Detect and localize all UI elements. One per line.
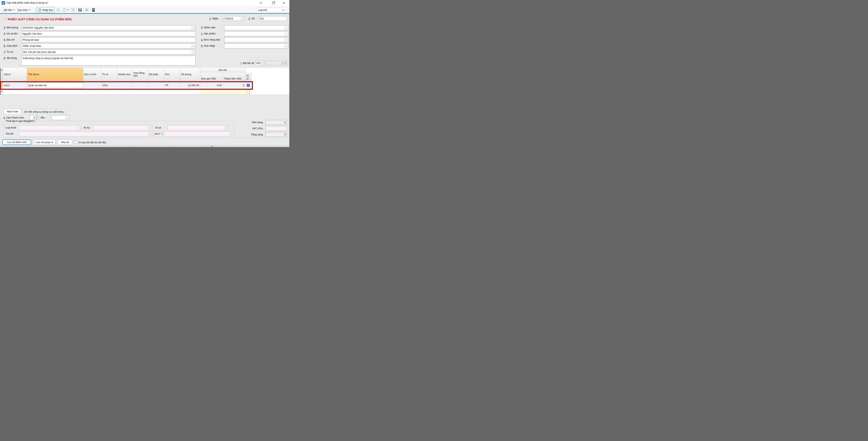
tk-no-dropdown-button[interactable] [191, 50, 195, 54]
spin-down-icon[interactable]: ▼ [284, 63, 287, 65]
spinner-buttons[interactable]: ▲▼ [35, 116, 38, 120]
vat-group-label: Thuế giá trị gia tăng(VAT) [5, 120, 34, 123]
vat-tk-co-combo[interactable] [167, 125, 229, 130]
loai-thue-combo[interactable] [19, 125, 81, 130]
background-icon [211, 146, 213, 147]
nhan-vien-combo[interactable] [224, 25, 289, 30]
doi-tuong-label: 3. Đối tượng [4, 26, 18, 29]
save-and-new-button[interactable]: Lưu và thêm mới [2, 139, 31, 145]
column-header-thanh-tien-vnd[interactable]: Thành tiền VND [223, 72, 245, 81]
ten-dt-dropdown-button[interactable] [148, 132, 152, 136]
column-header-don-gia-vnd[interactable]: Đơn giá VND [200, 72, 223, 81]
edit-icon [71, 8, 75, 12]
tab-hach-toan[interactable]: Hạch toán [4, 109, 21, 114]
date-input[interactable]: 17/08/23 [222, 16, 244, 21]
restore-button[interactable] [269, 0, 278, 6]
kho-nhap-label: h. Kho nhập [201, 44, 215, 47]
column-header-hop-dong-ban[interactable]: Hợp đồng bán [132, 68, 148, 81]
ten-dt-combo[interactable] [19, 131, 152, 136]
kho-nhap-combo[interactable] [224, 43, 289, 48]
han-thanh-toan-value: 0 [33, 116, 35, 119]
print-after-save-checkbox[interactable] [74, 141, 78, 144]
san-pham-combo[interactable] [224, 31, 289, 36]
column-header-ten-vat-tu[interactable]: Tên vật tư [27, 68, 83, 81]
kho-nhap-dropdown-button[interactable] [284, 44, 288, 48]
nhan-vien-dropdown-button[interactable] [284, 26, 288, 30]
don-hang-ban-dropdown-button[interactable] [284, 38, 288, 42]
column-header-khoan-muc[interactable]: Khoản mục [117, 68, 132, 81]
nhan-vien-label: 9. Nhân viên [201, 26, 215, 29]
date-dropdown-button[interactable] [240, 17, 244, 20]
column-header-kho[interactable]: Kho [164, 68, 180, 81]
giao-dich-dropdown-button[interactable] [191, 44, 195, 48]
san-pham-label: c. Sản phẩm [201, 32, 215, 35]
refresh-icon [85, 8, 89, 12]
new-row-checkbox[interactable] [247, 91, 250, 94]
don-hang-ban-combo[interactable] [224, 37, 289, 42]
menu-du-lieu[interactable]: Dữ liệu [3, 7, 16, 12]
tab-chi-tiet[interactable]: Chi tiết công cụ dụng cụ xuất dùng [21, 109, 66, 114]
vat-tk-no-combo[interactable] [92, 125, 152, 130]
calculator-button[interactable] [91, 8, 96, 12]
spin-up-icon[interactable]: ▲ [284, 61, 287, 63]
calculator-icon [92, 8, 95, 12]
save-button[interactable] [78, 8, 82, 12]
doi-tuong-combo[interactable]: D030204: Nguyễn Văn Đức [21, 25, 195, 30]
currency-dropdown-button[interactable] [260, 61, 264, 65]
number-input[interactable]: 001 [258, 16, 287, 21]
menu-du-lieu-label: Dữ liệu [4, 8, 12, 11]
column-group-gia-von[interactable]: Giá vốn [200, 68, 245, 72]
noi-dung-label: 8. Nội dung [4, 57, 17, 60]
grid-corner-cell[interactable] [0, 68, 3, 81]
number-value: 001 [259, 17, 264, 20]
save-and-exit-button[interactable]: Lưu và quay ra [33, 139, 56, 145]
chevron-down-icon [192, 45, 194, 47]
chevron-down-icon [241, 17, 243, 19]
spin-down-icon[interactable]: ▼ [35, 118, 38, 120]
exchange-rate-spinner[interactable]: 1 ▲▼ [266, 61, 287, 65]
column-header-so-luong[interactable]: Số lượng [180, 68, 200, 81]
dropdown-arrow-icon [161, 134, 162, 134]
dia-chi-value: Phòng kế toán [23, 38, 39, 41]
noi-dung-textarea[interactable]: Xuất dùng công cụ dụng cụ(quần áo bảo hộ… [21, 56, 195, 66]
spinner-buttons[interactable]: ▲▼ [284, 61, 287, 65]
column-header-bo-phan[interactable]: Bộ phận [148, 68, 164, 81]
mst-field[interactable] [164, 131, 230, 136]
toolbar-grip[interactable] [2, 8, 2, 12]
column-header-tk-co[interactable]: Tk có [101, 68, 117, 81]
toolbar-separator [61, 8, 61, 12]
mst-button[interactable]: MST [154, 131, 162, 136]
spin-up-icon[interactable]: ▲ [35, 116, 38, 118]
minimize-button[interactable] [256, 0, 265, 6]
new-document-dropdown-icon[interactable] [67, 9, 68, 10]
ho-ten-input[interactable]: Nguyễn Văn Đức [21, 31, 195, 36]
menu-tuy-chon[interactable]: Tùy chọn [17, 7, 31, 12]
vat-amount-input[interactable] [265, 126, 287, 131]
loai-thue-dropdown-button[interactable] [76, 126, 80, 130]
vat-tk-no-dropdown-button[interactable] [148, 126, 152, 130]
vat-tk-co-dropdown-button[interactable] [224, 126, 228, 130]
close-button[interactable]: ✕ [279, 0, 288, 6]
title-bar: az Cập nhật phiếu xuất công cụ dụng cụ* … [0, 0, 289, 6]
den-dropdown-button[interactable] [65, 116, 69, 120]
column-header-don-vi-tinh[interactable]: Đơn vị tính [83, 68, 101, 81]
giao-dich-combo[interactable]: X688: Xuất khác [21, 43, 195, 48]
save-icon [78, 8, 82, 12]
voucher-icon [4, 18, 7, 22]
doi-tuong-dropdown-button[interactable] [191, 26, 195, 30]
layout-select[interactable]: Layout1 [256, 8, 285, 12]
new-document-button[interactable] [62, 8, 67, 12]
column-header-vat-tu[interactable]: Vật tư [3, 68, 27, 81]
tk-no-combo[interactable]: 242: Chi phí trả trước dài hạn [21, 49, 195, 55]
chevron-down-icon [285, 45, 287, 47]
nhap-lieu-button[interactable]: Nhập liệu [36, 7, 55, 12]
tong-cong-label: Tổng cộng [236, 133, 263, 136]
san-pham-dropdown-button[interactable] [284, 32, 288, 36]
toolbar-grip[interactable] [35, 8, 35, 12]
den-combo[interactable] [51, 115, 69, 120]
cancel-button[interactable]: Hủy bỏ [58, 139, 72, 145]
currency-combo[interactable]: VND [255, 61, 264, 65]
column-header-gia-t[interactable]: Gi á t [245, 72, 251, 81]
giao-dich-label: 6. Giao dịch [4, 44, 17, 47]
dia-chi-input[interactable]: Phòng kế toán [21, 37, 195, 42]
